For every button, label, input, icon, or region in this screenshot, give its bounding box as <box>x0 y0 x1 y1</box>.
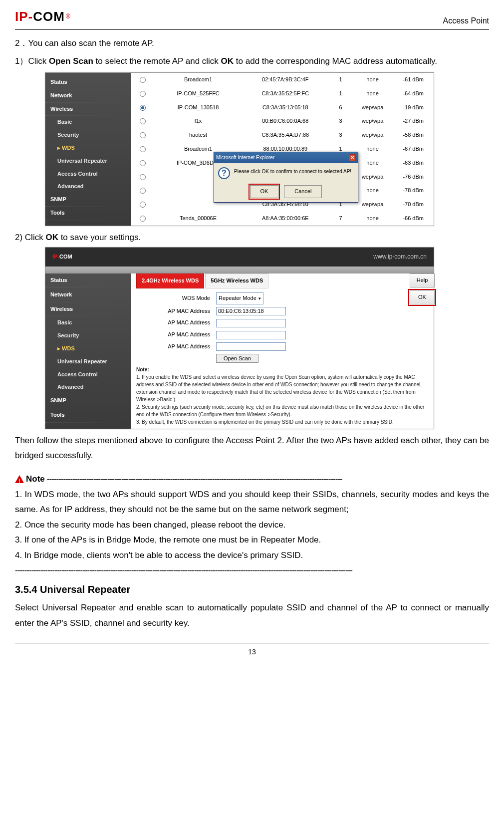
cell-signal: -27 dBm <box>393 114 434 128</box>
mac-input-3[interactable] <box>216 331 286 339</box>
table-row[interactable]: Tenda_00006EA8:AA:35:00:00:6E7none-66 dB… <box>131 212 434 226</box>
note-4: 4. In Bridge mode, clients won't be able… <box>15 548 489 563</box>
nav2-wireless[interactable]: Wireless <box>45 302 131 317</box>
nav-tools[interactable]: Tools <box>45 207 131 220</box>
cell-signal: -67 dBm <box>393 142 434 156</box>
nav-universal-repeater[interactable]: Universal Repeater <box>45 155 131 168</box>
ss2-note-2: 2. Security settings (such security mode… <box>136 404 424 417</box>
nav-basic[interactable]: Basic <box>45 116 131 129</box>
dialog-ok-button[interactable]: OK <box>250 185 279 198</box>
note-header: Note -----------------------------------… <box>15 472 489 487</box>
intro-line-1: 2．You can also scan the remote AP. <box>15 36 489 51</box>
radio-icon[interactable] <box>140 202 146 208</box>
nav2-wds[interactable]: ▸ WDS <box>45 342 131 355</box>
cell-mac: 00:B0:C6:00:0A:68 <box>242 114 329 128</box>
scan-results-table: Broadcom102:45:7A:9B:3C:4F1none-61 dBmIP… <box>131 73 434 226</box>
cell-channel: 3 <box>329 128 352 142</box>
mac-label-4: AP MAC Address <box>136 342 216 352</box>
radio-icon[interactable] <box>140 174 146 180</box>
nav-wds[interactable]: ▸ WDS <box>45 142 131 155</box>
tab-5ghz[interactable]: 5GHz Wireless WDS <box>205 273 268 288</box>
nav-security[interactable]: Security <box>45 129 131 142</box>
ok-button[interactable]: OK <box>410 290 435 304</box>
nav2-tools[interactable]: Tools <box>45 408 131 423</box>
nav2-ur[interactable]: Universal Repeater <box>45 355 131 368</box>
radio-icon[interactable] <box>140 132 146 138</box>
cell-signal: -64 dBm <box>393 87 434 101</box>
cell-channel: 7 <box>329 212 352 226</box>
note-label: Note <box>26 472 45 487</box>
nav-snmp[interactable]: SNMP <box>45 193 131 207</box>
ss1-main: Broadcom102:45:7A:9B:3C:4F1none-61 dBmIP… <box>131 73 434 226</box>
screenshot-open-scan: Status Network Wireless Basic Security ▸… <box>45 72 434 226</box>
mac-label-1: AP MAC Address <box>136 306 216 316</box>
radio-icon[interactable] <box>140 160 146 166</box>
ss2-note-title: Note: <box>136 367 149 372</box>
nav2-network[interactable]: Network <box>45 288 131 302</box>
radio-icon[interactable] <box>140 146 146 152</box>
cell-channel: 1 <box>329 73 352 87</box>
nav2-security[interactable]: Security <box>45 329 131 342</box>
nav-advanced[interactable]: Advanced <box>45 180 131 193</box>
cell-signal: -66 dBm <box>393 212 434 226</box>
nav2-status[interactable]: Status <box>45 273 131 288</box>
dialog-title: Microsoft Internet Explorer <box>216 153 274 162</box>
cell-channel: 1 <box>329 87 352 101</box>
table-row[interactable]: haotestC8:3A:35:4A:D7:883wep/wpa-58 dBm <box>131 128 434 142</box>
radio-icon[interactable] <box>140 105 146 111</box>
tab-24ghz[interactable]: 2.4GHz Wireless WDS <box>136 273 204 288</box>
question-icon: ? <box>218 167 230 179</box>
cell-ssid: haotest <box>155 128 242 142</box>
cell-mac: A8:AA:35:00:00:6E <box>242 212 329 226</box>
cell-security: none <box>352 142 393 156</box>
table-row[interactable]: IP-COM_130518C8:3A:35:13:05:186wep/wpa-1… <box>131 101 434 115</box>
table-row[interactable]: IP-COM_525FFCC8:3A:35:52:5F:FC1none-64 d… <box>131 87 434 101</box>
logo-reg: ® <box>66 11 70 22</box>
intro-line-2: 1）Click Open Scan to select the remote A… <box>15 54 489 69</box>
cell-security: none <box>352 184 393 198</box>
cell-signal: -58 dBm <box>393 128 434 142</box>
help-button[interactable]: Help <box>410 273 435 287</box>
cell-security: wep/wpa <box>352 198 393 212</box>
radio-icon[interactable] <box>140 188 146 194</box>
ss2-gradient-bar <box>45 267 434 273</box>
mac-label-3: AP MAC Address <box>136 330 216 340</box>
ss2-note-block: Note: 1. If you enable the WDS and selec… <box>136 366 429 426</box>
wds-mode-label: WDS Mode <box>136 293 216 303</box>
nav-network[interactable]: Network <box>45 89 131 103</box>
open-scan-button[interactable]: Open Scan <box>216 354 258 363</box>
ss1-sidebar: Status Network Wireless Basic Security ▸… <box>45 73 131 226</box>
ss2-side-buttons: Help OK <box>410 273 435 307</box>
mac-input-2[interactable] <box>216 319 286 327</box>
nav2-adv[interactable]: Advanced <box>45 381 131 394</box>
mac-input-1[interactable] <box>216 307 286 315</box>
radio-icon[interactable] <box>140 118 146 124</box>
table-row[interactable]: Broadcom102:45:7A:9B:3C:4F1none-61 dBm <box>131 73 434 87</box>
wds-mode-select[interactable]: Repeater Mode <box>216 292 263 304</box>
logo-ip: IP- <box>15 5 33 28</box>
nav2-basic[interactable]: Basic <box>45 316 131 329</box>
nav-wireless[interactable]: Wireless <box>45 103 131 116</box>
nav2-snmp[interactable]: SNMP <box>45 394 131 408</box>
section-heading: 3.5.4 Universal Repeater <box>15 580 489 598</box>
nav-access-control[interactable]: Access Control <box>45 168 131 181</box>
ss2-note-3: 3. By default, the WDS connection is imp… <box>136 419 394 425</box>
cell-security: none <box>352 212 393 226</box>
cell-channel: 3 <box>329 114 352 128</box>
nav-status[interactable]: Status <box>45 76 131 89</box>
nav2-ac[interactable]: Access Control <box>45 368 131 381</box>
table-row[interactable]: f1x00:B0:C6:00:0A:683wep/wpa-27 dBm <box>131 114 434 128</box>
ss2-brand: IP-COM <box>52 252 72 262</box>
cell-security: wep/wpa <box>352 114 393 128</box>
radio-icon[interactable] <box>140 77 146 83</box>
page-number: 13 <box>15 646 489 658</box>
mac-input-4[interactable] <box>216 342 286 351</box>
cell-mac: C8:3A:35:13:05:18 <box>242 101 329 115</box>
mac-label-2: AP MAC Address <box>136 318 216 328</box>
radio-icon[interactable] <box>140 216 146 222</box>
dialog-cancel-button[interactable]: Cancel <box>284 185 322 198</box>
cell-security: wep/wpa <box>352 170 393 184</box>
close-icon[interactable]: ✕ <box>349 154 356 161</box>
page-header: IP- COM ® Access Point <box>15 5 489 30</box>
radio-icon[interactable] <box>140 91 146 97</box>
